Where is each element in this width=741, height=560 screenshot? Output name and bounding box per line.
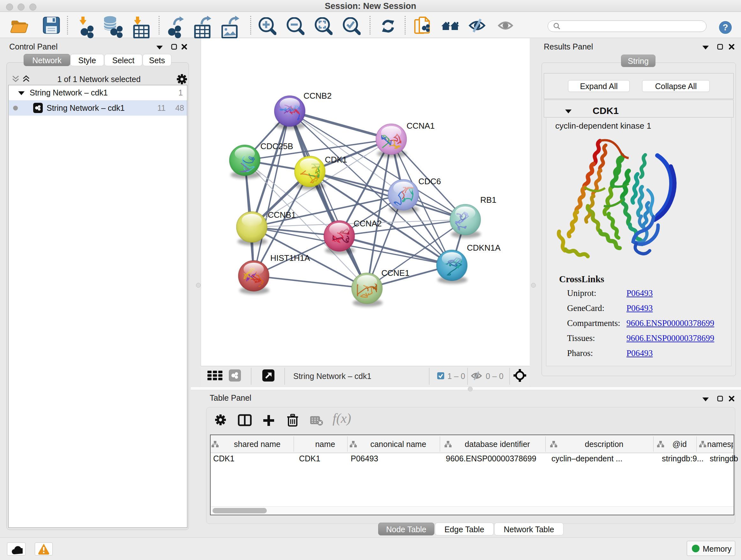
svg-text:CCNB1: CCNB1 xyxy=(268,210,296,220)
svg-text:RB1: RB1 xyxy=(480,195,496,205)
svg-text:CDKN1A: CDKN1A xyxy=(467,243,501,253)
svg-text:CCNB2: CCNB2 xyxy=(304,91,332,101)
svg-text:CCNA1: CCNA1 xyxy=(407,121,434,131)
svg-text:CDC25B: CDC25B xyxy=(260,141,293,151)
svg-text:CDC6: CDC6 xyxy=(418,177,441,186)
svg-text:CCNA2: CCNA2 xyxy=(354,219,382,228)
svg-text:CDK1: CDK1 xyxy=(325,155,347,165)
svg-text:HIST1H1A: HIST1H1A xyxy=(270,253,310,263)
svg-text:CCNE1: CCNE1 xyxy=(381,268,409,278)
svg-text:?: ? xyxy=(723,22,728,32)
